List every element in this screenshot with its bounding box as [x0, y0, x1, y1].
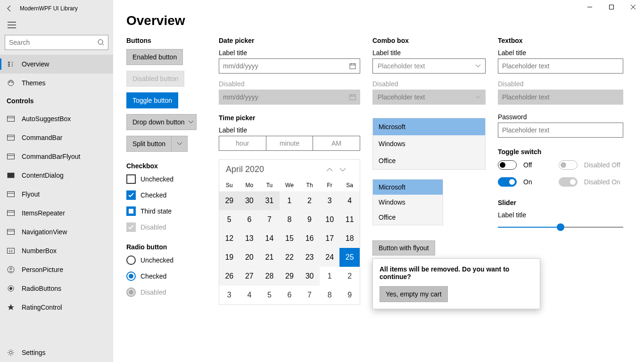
calendar-cell[interactable]: 5: [219, 210, 239, 229]
list-item[interactable]: Windows: [373, 135, 485, 152]
calendar-cell[interactable]: 24: [320, 248, 340, 267]
nav-item-ratingcontrol[interactable]: RatingControl: [0, 298, 113, 317]
calendar-cell[interactable]: 13: [239, 229, 260, 248]
calendar-cell[interactable]: 8: [280, 210, 300, 229]
calendar-cell[interactable]: 11: [339, 210, 360, 229]
calendar-cell[interactable]: 17: [320, 229, 340, 248]
calendar-cell[interactable]: 25: [339, 248, 360, 267]
calendar-cell[interactable]: 27: [239, 267, 260, 286]
nav-item-numberbox[interactable]: 12NumberBox: [0, 241, 113, 260]
nav-settings[interactable]: Settings: [0, 343, 113, 362]
calendar-prev[interactable]: [327, 168, 340, 172]
combo-box[interactable]: Placeholder text: [372, 58, 486, 74]
checkbox-unchecked[interactable]: Unchecked: [126, 174, 206, 184]
list-item[interactable]: Microsoft: [373, 180, 443, 195]
calendar-cell[interactable]: 7: [259, 210, 280, 229]
flyout-confirm-button[interactable]: Yes, empty my cart: [380, 286, 448, 302]
listbox-small[interactable]: MicrosoftWindowsOffice: [372, 179, 443, 225]
calendar-cell[interactable]: 28: [259, 267, 280, 286]
checkbox-third[interactable]: Third state: [126, 206, 206, 216]
timepicker-ampm[interactable]: AM: [313, 136, 360, 150]
calendar-cell[interactable]: 30: [299, 267, 320, 286]
calendar-cell[interactable]: 1: [320, 267, 340, 286]
list-item[interactable]: Microsoft: [373, 118, 485, 135]
calendar-cell[interactable]: 9: [339, 286, 360, 304]
calendar-cell[interactable]: 29: [280, 267, 300, 286]
nav-item-flyout[interactable]: Flyout: [0, 185, 113, 204]
timepicker[interactable]: hour minute AM: [219, 136, 360, 151]
datepicker-input[interactable]: [219, 58, 360, 74]
calendar-cell[interactable]: 9: [299, 210, 320, 229]
calendar-cell[interactable]: 10: [320, 210, 340, 229]
list-item[interactable]: Office: [373, 210, 443, 225]
nav-item-contentdialog[interactable]: ContentDialog: [0, 166, 113, 185]
calendar-cell[interactable]: 4: [239, 286, 260, 304]
timepicker-minute[interactable]: minute: [266, 136, 313, 150]
calendar-cell[interactable]: 1: [280, 191, 300, 210]
password-input[interactable]: [498, 123, 623, 138]
nav-item-commandbar[interactable]: CommandBar: [0, 128, 113, 147]
toggle-switch[interactable]: [498, 177, 517, 187]
list-item[interactable]: Office: [373, 152, 485, 169]
minimize-button[interactable]: [579, 0, 601, 14]
nav-item-navigationview[interactable]: NavigationView: [0, 222, 113, 241]
calendar-cell[interactable]: 14: [259, 229, 280, 248]
calendar-cell[interactable]: 6: [280, 286, 300, 304]
maximize-button[interactable]: [601, 0, 622, 14]
slider[interactable]: [498, 222, 623, 232]
flyout-button[interactable]: Button with flyout: [372, 240, 435, 255]
timepicker-hour[interactable]: hour: [219, 136, 266, 150]
calendar-cell[interactable]: 2: [299, 191, 320, 210]
calendar-cell[interactable]: 3: [320, 191, 340, 210]
radio-unchecked[interactable]: Unchecked: [126, 255, 206, 265]
calendar-cell[interactable]: 15: [280, 229, 300, 248]
split-button[interactable]: Split button: [126, 136, 188, 152]
radio-checked[interactable]: Checked: [126, 272, 206, 281]
search-input[interactable]: [5, 35, 108, 50]
calendar-cell[interactable]: 29: [219, 191, 239, 210]
calendar-cell[interactable]: 21: [259, 248, 280, 267]
listbox-large[interactable]: MicrosoftWindowsOffice: [372, 118, 486, 170]
checkbox-checked[interactable]: Checked: [126, 190, 206, 200]
calendar-cell[interactable]: 16: [299, 229, 320, 248]
calendar-cell[interactable]: 18: [339, 229, 360, 248]
calendar-cell[interactable]: 19: [219, 248, 239, 267]
split-button-chevron[interactable]: [172, 136, 188, 152]
calendar-cell[interactable]: 12: [219, 229, 239, 248]
calendar-cell[interactable]: 30: [239, 191, 260, 210]
split-button-main[interactable]: Split button: [126, 136, 172, 152]
calendar-title[interactable]: April 2020: [226, 165, 327, 174]
nav-item-personpicture[interactable]: PersonPicture: [0, 260, 113, 279]
nav-item-itemsrepeater[interactable]: ItemsRepeater: [0, 204, 113, 222]
calendar[interactable]: April 2020 SuMoTuWeThFrSa 29303112345678…: [219, 159, 360, 305]
hamburger-icon[interactable]: [0, 17, 113, 33]
calendar-cell[interactable]: 20: [239, 248, 260, 267]
calendar-cell[interactable]: 26: [219, 267, 239, 286]
calendar-icon[interactable]: [349, 63, 356, 69]
dropdown-button[interactable]: Drop down button: [126, 114, 197, 130]
nav-item-autosuggestbox[interactable]: AutoSuggestBox: [0, 109, 113, 128]
nav-item-radiobuttons[interactable]: RadioButtons: [0, 279, 113, 298]
calendar-next[interactable]: [340, 168, 353, 172]
calendar-cell[interactable]: 4: [339, 191, 360, 210]
calendar-cell[interactable]: 5: [259, 286, 280, 304]
nav-item-commandbarflyout[interactable]: CommandBarFlyout: [0, 147, 113, 166]
calendar-cell[interactable]: 23: [299, 248, 320, 267]
calendar-cell[interactable]: 8: [320, 286, 340, 304]
calendar-cell[interactable]: 3: [219, 286, 239, 304]
calendar-cell[interactable]: 22: [280, 248, 300, 267]
toggle-button[interactable]: Toggle button: [126, 92, 178, 108]
toggle-on[interactable]: On: [498, 177, 535, 187]
nav-item-overview[interactable]: Overview: [0, 55, 113, 74]
toggle-off[interactable]: Off: [498, 160, 535, 170]
calendar-cell[interactable]: 6: [239, 210, 260, 229]
calendar-cell[interactable]: 7: [299, 286, 320, 304]
calendar-cell[interactable]: 31: [259, 191, 280, 210]
nav-item-themes[interactable]: Themes: [0, 74, 113, 92]
search-field[interactable]: [9, 39, 98, 46]
enabled-button[interactable]: Enabled button: [126, 49, 183, 65]
back-icon[interactable]: [6, 5, 13, 12]
calendar-cell[interactable]: 2: [339, 267, 360, 286]
textbox-input[interactable]: [498, 58, 623, 74]
close-button[interactable]: [622, 0, 644, 14]
